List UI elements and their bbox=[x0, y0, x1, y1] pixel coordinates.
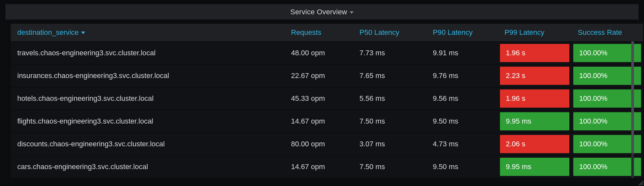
cell-p90: 9.56 ms bbox=[426, 87, 498, 110]
cell-destination-service: cars.chaos-engineering3.svc.cluster.loca… bbox=[11, 155, 285, 178]
p99-status-badge: 2.23 s bbox=[500, 67, 569, 85]
p99-status-badge: 1.96 s bbox=[500, 44, 569, 62]
cell-p99: 1.96 s bbox=[498, 87, 571, 110]
cell-p50: 3.07 ms bbox=[353, 133, 426, 155]
cell-requests: 45.33 opm bbox=[285, 87, 353, 110]
scrollbar-thumb[interactable] bbox=[631, 41, 634, 153]
success-status-badge: 100.00% bbox=[573, 89, 641, 108]
col-header-label: Success Rate bbox=[578, 28, 622, 36]
cell-destination-service: hotels.chaos-engineering3.svc.cluster.lo… bbox=[11, 87, 285, 110]
vertical-scrollbar[interactable] bbox=[631, 41, 634, 178]
cell-p90: 9.50 ms bbox=[426, 155, 498, 178]
success-status-badge: 100.00% bbox=[573, 135, 641, 153]
table-row[interactable]: cars.chaos-engineering3.svc.cluster.loca… bbox=[11, 155, 643, 178]
col-header-label: destination_service bbox=[17, 28, 79, 37]
cell-requests: 48.00 opm bbox=[285, 42, 353, 64]
cell-destination-service: discounts.chaos-engineering3.svc.cluster… bbox=[11, 133, 285, 155]
sort-desc-icon bbox=[81, 32, 85, 34]
panel-title-bar[interactable]: Service Overview bbox=[6, 4, 638, 20]
chevron-down-icon bbox=[350, 11, 354, 14]
cell-p50: 7.50 ms bbox=[353, 155, 426, 178]
col-header-p99[interactable]: P99 Latency bbox=[498, 24, 571, 42]
col-header-label: Requests bbox=[291, 28, 321, 36]
col-header-label: P99 Latency bbox=[505, 28, 544, 36]
table-wrap: destination_service Requests P50 Latency… bbox=[11, 24, 633, 178]
table-row[interactable]: insurances.chaos-engineering3.svc.cluste… bbox=[11, 64, 643, 87]
col-header-p50[interactable]: P50 Latency bbox=[353, 24, 426, 42]
panel-title: Service Overview bbox=[290, 8, 347, 16]
cell-p99: 2.06 s bbox=[498, 133, 571, 155]
col-header-destination-service[interactable]: destination_service bbox=[11, 24, 285, 42]
success-status-badge: 100.00% bbox=[573, 112, 641, 130]
cell-requests: 80.00 opm bbox=[285, 133, 353, 155]
p99-status-badge: 9.95 ms bbox=[500, 158, 569, 176]
col-header-p90[interactable]: P90 Latency bbox=[426, 24, 498, 42]
table-header-row: destination_service Requests P50 Latency… bbox=[11, 24, 643, 42]
table-row[interactable]: travels.chaos-engineering3.svc.cluster.l… bbox=[11, 42, 643, 64]
cell-p90: 9.91 ms bbox=[426, 42, 498, 64]
cell-p90: 9.50 ms bbox=[426, 110, 498, 133]
col-header-success[interactable]: Success Rate bbox=[571, 24, 643, 42]
cell-destination-service: travels.chaos-engineering3.svc.cluster.l… bbox=[11, 42, 285, 64]
cell-p99: 9.95 ms bbox=[498, 110, 571, 133]
col-header-label: P50 Latency bbox=[359, 28, 399, 36]
resize-handle-icon[interactable] bbox=[637, 179, 643, 185]
p99-status-badge: 9.95 ms bbox=[500, 112, 569, 130]
p99-status-badge: 2.06 s bbox=[500, 135, 569, 153]
cell-requests: 14.67 opm bbox=[285, 110, 353, 133]
success-status-badge: 100.00% bbox=[573, 67, 641, 85]
success-status-badge: 100.00% bbox=[573, 44, 641, 62]
cell-p50: 5.56 ms bbox=[353, 87, 426, 110]
cell-requests: 14.67 opm bbox=[285, 155, 353, 178]
success-status-badge: 100.00% bbox=[573, 158, 641, 176]
service-table: destination_service Requests P50 Latency… bbox=[11, 24, 643, 178]
cell-destination-service: flights.chaos-engineering3.svc.cluster.l… bbox=[11, 110, 285, 133]
cell-destination-service: insurances.chaos-engineering3.svc.cluste… bbox=[11, 64, 285, 87]
service-overview-panel: Service Overview destination_service Req… bbox=[5, 4, 639, 181]
cell-p99: 1.96 s bbox=[498, 42, 571, 64]
col-header-label: P90 Latency bbox=[433, 28, 473, 36]
cell-p50: 7.65 ms bbox=[353, 64, 426, 87]
cell-p90: 9.76 ms bbox=[426, 64, 498, 87]
cell-p99: 9.95 ms bbox=[498, 155, 571, 178]
table-row[interactable]: hotels.chaos-engineering3.svc.cluster.lo… bbox=[11, 87, 643, 110]
cell-p50: 7.73 ms bbox=[353, 42, 426, 64]
cell-p99: 2.23 s bbox=[498, 64, 571, 87]
cell-requests: 22.67 opm bbox=[285, 64, 353, 87]
table-row[interactable]: discounts.chaos-engineering3.svc.cluster… bbox=[11, 133, 643, 155]
col-header-requests[interactable]: Requests bbox=[285, 24, 353, 42]
table-row[interactable]: flights.chaos-engineering3.svc.cluster.l… bbox=[11, 110, 643, 133]
p99-status-badge: 1.96 s bbox=[500, 89, 569, 108]
cell-p50: 7.50 ms bbox=[353, 110, 426, 133]
cell-p90: 4.73 ms bbox=[426, 133, 498, 155]
